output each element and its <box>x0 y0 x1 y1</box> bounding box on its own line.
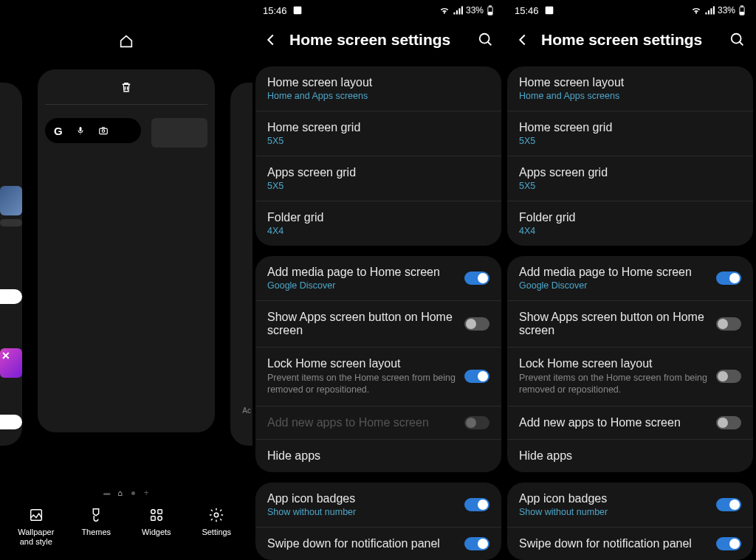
toggle[interactable] <box>464 317 489 331</box>
swipe-row[interactable]: Swipe down for notification panel <box>255 528 501 560</box>
toggle[interactable] <box>716 317 741 331</box>
lock-layout-row[interactable]: Lock Home screen layoutPrevent items on … <box>507 348 753 407</box>
launcher-actions: Wallpaper and style Themes Widgets Setti… <box>0 504 252 560</box>
themes-button[interactable]: Themes <box>70 507 122 537</box>
svg-rect-0 <box>99 128 107 134</box>
toggle[interactable] <box>716 370 741 383</box>
svg-point-7 <box>215 513 219 517</box>
widgets-button[interactable]: Widgets <box>131 507 182 537</box>
toggle[interactable] <box>716 272 741 285</box>
apps-button-row[interactable]: Show Apps screen button on Home screen <box>255 301 501 348</box>
svg-point-17 <box>732 34 741 44</box>
apps-grid-row[interactable]: Apps screen grid5X5 <box>507 156 753 201</box>
page-title: Home screen settings <box>289 31 467 49</box>
page-dot <box>131 491 135 495</box>
toggle[interactable] <box>464 498 489 511</box>
wallpaper-button[interactable]: Wallpaper and style <box>10 507 62 547</box>
wifi-icon <box>439 6 450 15</box>
image-icon <box>543 4 555 16</box>
settings-header: Home screen settings <box>252 21 504 66</box>
status-bar: 15:46 33% <box>504 0 756 21</box>
svg-point-6 <box>158 516 162 521</box>
settings-card: App icon badgesShow without number Swipe… <box>255 483 501 560</box>
folder-grid-row[interactable]: Folder grid4X4 <box>255 201 501 246</box>
image-icon <box>292 4 303 16</box>
lock-layout-row[interactable]: Lock Home screen layoutPrevent items on … <box>255 348 501 407</box>
hide-apps-row[interactable]: Hide apps <box>255 440 501 472</box>
add-page-icon: + <box>144 488 149 498</box>
mic-icon <box>76 126 85 135</box>
svg-rect-4 <box>158 510 162 514</box>
apps-button-row[interactable]: Show Apps screen button on Home screen <box>507 301 753 348</box>
svg-point-12 <box>480 34 489 44</box>
back-icon[interactable] <box>263 32 279 48</box>
settings-button[interactable]: Settings <box>190 507 242 537</box>
status-battery: 33% <box>466 5 484 15</box>
home-grid-row[interactable]: Home screen grid5X5 <box>507 111 753 156</box>
swipe-row[interactable]: Swipe down for notification panel <box>507 528 753 560</box>
svg-point-1 <box>102 130 105 133</box>
widget-placeholder[interactable] <box>151 118 207 148</box>
widgets-icon <box>148 507 165 523</box>
svg-point-3 <box>151 510 155 514</box>
layout-row[interactable]: Home screen layoutHome and Apps screens <box>255 66 501 111</box>
add-new-apps-row: Add new apps to Home screen <box>255 407 501 440</box>
brush-icon <box>88 507 104 523</box>
signal-icon <box>453 6 463 15</box>
toggle[interactable] <box>464 537 489 550</box>
search-icon[interactable] <box>478 32 494 48</box>
status-time: 15:46 <box>515 5 539 16</box>
page-preview-area: G <box>0 62 252 482</box>
svg-rect-15 <box>741 6 743 7</box>
google-search-widget[interactable]: G <box>45 118 141 143</box>
toggle[interactable] <box>464 370 489 383</box>
home-grid-row[interactable]: Home screen grid5X5 <box>255 111 501 156</box>
google-g-icon: G <box>54 125 63 137</box>
wallpaper-icon <box>28 507 44 523</box>
back-icon[interactable] <box>515 32 531 48</box>
trash-icon <box>120 80 133 94</box>
svg-rect-10 <box>489 6 491 7</box>
settings-scroll[interactable]: Home screen layoutHome and Apps screens … <box>504 66 756 560</box>
delete-page-bar[interactable] <box>45 69 207 105</box>
media-page-row[interactable]: Add media page to Home screenGoogle Disc… <box>255 256 501 301</box>
settings-header: Home screen settings <box>504 21 756 66</box>
settings-card: Add media page to Home screenGoogle Disc… <box>507 256 753 472</box>
toggle <box>464 416 489 429</box>
toggle[interactable] <box>716 416 741 429</box>
page-title: Home screen settings <box>541 31 719 49</box>
signal-icon <box>704 6 715 15</box>
home-page-preview[interactable]: G <box>38 69 215 432</box>
truncated-label: Ac <box>242 407 251 415</box>
battery-icon <box>487 5 494 15</box>
svg-rect-8 <box>293 7 301 15</box>
svg-rect-13 <box>545 7 553 15</box>
layout-row[interactable]: Home screen layoutHome and Apps screens <box>507 66 753 111</box>
home-indicator-bar <box>0 21 252 62</box>
status-battery: 33% <box>718 5 735 15</box>
svg-rect-11 <box>489 12 492 14</box>
toggle[interactable] <box>716 537 741 550</box>
badges-row[interactable]: App icon badgesShow without number <box>507 483 753 528</box>
hide-apps-row[interactable]: Hide apps <box>507 440 753 472</box>
settings-card: Home screen layoutHome and Apps screens … <box>255 66 501 246</box>
apps-grid-row[interactable]: Apps screen grid5X5 <box>255 156 501 201</box>
battery-icon <box>738 5 746 15</box>
settings-card: App icon badgesShow without number Swipe… <box>507 483 753 560</box>
settings-card: Home screen layoutHome and Apps screens … <box>507 66 753 246</box>
svg-rect-5 <box>151 516 155 521</box>
settings-panel-a: 15:46 33% Home screen settings Home scre… <box>252 0 504 560</box>
search-icon[interactable] <box>729 32 746 48</box>
toggle[interactable] <box>464 272 489 285</box>
media-page-row[interactable]: Add media page to Home screenGoogle Disc… <box>507 256 753 301</box>
add-new-apps-row[interactable]: Add new apps to Home screen <box>507 407 753 440</box>
home-edit-panel: ✕ G Ac ▬ ⌂ + Wallpaper and style <box>0 0 252 560</box>
settings-panel-b: 15:46 33% Home screen settings Home scre… <box>504 0 756 560</box>
status-bar: 15:46 33% <box>252 0 504 21</box>
gear-icon <box>208 507 224 523</box>
toggle[interactable] <box>716 498 741 511</box>
page-indicator[interactable]: ▬ ⌂ + <box>0 482 252 504</box>
badges-row[interactable]: App icon badgesShow without number <box>255 483 501 528</box>
settings-scroll[interactable]: Home screen layoutHome and Apps screens … <box>252 66 504 560</box>
folder-grid-row[interactable]: Folder grid4X4 <box>507 201 753 246</box>
